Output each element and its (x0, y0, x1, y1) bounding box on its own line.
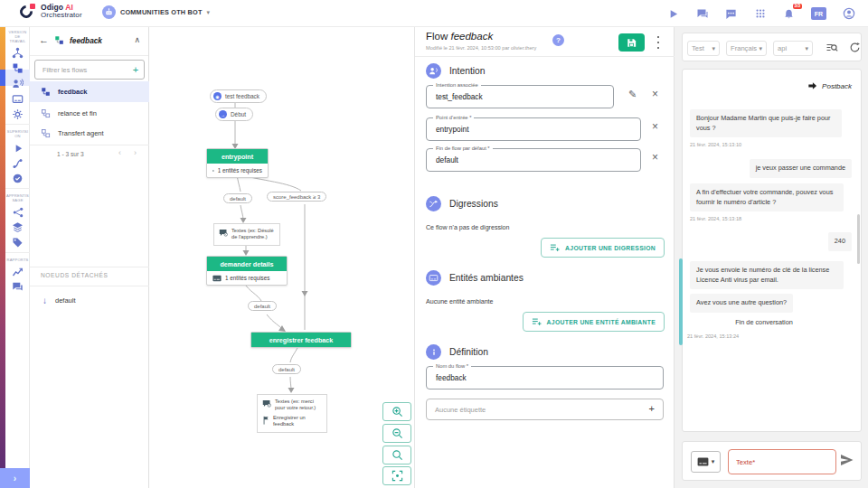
route-icon[interactable] (5, 155, 30, 171)
flow-filter-input[interactable] (35, 66, 127, 74)
back-arrow-icon[interactable]: ← (39, 34, 49, 45)
zoom-reset-button[interactable] (382, 446, 411, 465)
analytics-icon[interactable] (5, 264, 30, 279)
detached-nodes-header: NOEUDS DÉTACHÉS (41, 272, 108, 278)
user-message: je veux passer une commande (750, 159, 852, 178)
zoom-out-icon (392, 427, 403, 439)
language-select[interactable]: Français▾ (726, 41, 767, 56)
play-icon[interactable] (5, 140, 30, 155)
message-timestamp: 21 févr. 2024, 15:13:24 (687, 333, 739, 339)
rail-section-supervision: SUPERVISION (5, 127, 30, 140)
add-ambient-entity-button[interactable]: AJOUTER UNE ENTITÉ AMBIANTE (523, 312, 665, 332)
clear-default-end-icon[interactable]: × (652, 151, 658, 164)
refresh-icon[interactable] (849, 42, 861, 53)
collapse-chevron-icon[interactable]: ∧ (134, 35, 140, 44)
settings-gear-icon[interactable] (5, 107, 30, 122)
chevron-down-icon: ▾ (759, 45, 762, 52)
rail-expand-button[interactable]: › (0, 468, 30, 488)
digressions-empty-text: Ce flow n'a pas de digression (426, 224, 509, 231)
flow-name-input[interactable] (427, 367, 663, 389)
rail-section-version: VERSION DE TRAVAIL (5, 27, 30, 45)
more-menu-icon[interactable] (654, 35, 663, 50)
verified-badge-icon[interactable] (5, 171, 30, 186)
pagination-prev-icon[interactable]: ‹ (118, 148, 121, 157)
texts-box-merci[interactable]: Textes (ex: merci pour votre retour.) En… (257, 394, 327, 433)
postback-arrow-icon (807, 81, 817, 90)
sms-icon[interactable] (724, 7, 738, 21)
forum-icon[interactable] (695, 7, 709, 21)
channel-select[interactable]: api▾ (773, 41, 813, 56)
section-digressions: Digressions (426, 196, 498, 211)
comments-icon[interactable] (5, 279, 30, 295)
manage-search-icon[interactable] (826, 42, 838, 54)
flow-canvas[interactable]: ◉ test feedback → Début entrypoint 1 ent… (149, 27, 414, 488)
test-chat-panel: Test▾ Français▾ api▾ Postback Bonjour Ma… (674, 27, 868, 488)
share-graph-icon[interactable] (5, 204, 30, 220)
zoom-in-button[interactable] (382, 402, 411, 421)
default-end-field: Fin de flow par défaut * (426, 148, 641, 172)
entrypoint-field: Point d'entrée * (426, 117, 641, 141)
message-card-icon (697, 457, 709, 466)
intention-input[interactable] (427, 86, 613, 108)
save-button[interactable] (618, 33, 645, 52)
message-type-dropdown[interactable]: ▾ (691, 451, 721, 473)
edge-label-default[interactable]: default (248, 301, 277, 311)
layers-icon[interactable] (5, 220, 30, 235)
intents-voice-icon[interactable] (5, 76, 30, 91)
clear-intention-icon[interactable]: × (652, 88, 658, 100)
add-tag-icon[interactable]: + (649, 403, 655, 414)
chat-scrollbar[interactable] (857, 214, 860, 264)
node-enregistrer-feedback[interactable]: enregistrer feedback (250, 332, 352, 348)
bot-message: Avez vous une autre question? (690, 294, 793, 313)
language-badge[interactable]: FR (811, 7, 826, 20)
edge-label-default[interactable]: default (272, 364, 301, 374)
chat-text-input[interactable] (729, 450, 835, 474)
help-icon[interactable]: ? (552, 34, 564, 46)
env-select[interactable]: Test▾ (687, 41, 720, 56)
postback-event: Postback (807, 81, 852, 90)
bot-selector[interactable]: COMMUNITIES OTH BOT ▾ (102, 5, 210, 19)
playlist-add-icon (550, 243, 560, 252)
run-test-icon[interactable] (666, 7, 680, 21)
default-end-input[interactable] (427, 149, 640, 171)
node-entrypoint[interactable]: entrypoint 1 entités requises (206, 148, 269, 178)
flow-list-item-relance[interactable]: relance et fin (30, 103, 149, 124)
texts-box-sorry[interactable]: Textes (ex: Désolé de l'apprendre.) (213, 223, 280, 246)
notifications-bell-icon[interactable]: 3/3 (782, 7, 796, 21)
node-demander-details[interactable]: demander details 1 entités requises (206, 256, 288, 286)
edit-pencil-icon[interactable]: ✎ (628, 89, 637, 100)
entrypoint-input[interactable] (427, 118, 640, 140)
down-arrow-icon: ↓ (42, 296, 47, 305)
pagination-next-icon[interactable]: › (134, 148, 137, 157)
info-icon (426, 344, 441, 360)
start-chip[interactable]: → Début (215, 108, 253, 121)
entities-card-icon[interactable] (5, 91, 30, 107)
apps-grid-icon[interactable] (753, 7, 767, 21)
zoom-out-button[interactable] (382, 424, 411, 443)
flow-icon (54, 35, 64, 45)
detached-node-default[interactable]: ↓ default (30, 289, 149, 311)
flows-icon[interactable] (5, 61, 30, 76)
clear-entrypoint-icon[interactable]: × (652, 120, 658, 133)
chevron-down-icon: ▾ (207, 9, 211, 16)
flow-item-icon (41, 128, 51, 138)
workflow-icon[interactable] (5, 45, 30, 61)
fit-view-button[interactable] (382, 466, 411, 485)
chevron-down-icon: ▾ (712, 45, 715, 52)
conversation-transcript[interactable]: Postback Bonjour Madame Martin que puis-… (682, 69, 862, 432)
send-icon[interactable] (840, 454, 854, 466)
tags-field[interactable]: Aucune étiquette + (426, 399, 664, 420)
tag-icon[interactable] (5, 235, 30, 250)
add-flow-button[interactable]: + (127, 64, 144, 75)
intent-chip[interactable]: ◉ test feedback (210, 89, 267, 103)
account-icon[interactable] (842, 7, 855, 21)
chevron-down-icon: ▾ (805, 45, 808, 52)
edge-label-default[interactable]: default (223, 193, 252, 203)
flow-name-field: Nom du flow * (426, 366, 664, 389)
flow-list-item-feedback[interactable]: feedback (30, 81, 149, 102)
flow-list-item-transfert[interactable]: Transfert agent (30, 123, 149, 144)
flow-pagination: 1 - 3 sur 3 ‹ › (30, 145, 149, 163)
add-digression-button[interactable]: AJOUTER UNE DIGRESSION (541, 238, 665, 258)
chat-input-bar: ▾ (682, 441, 862, 481)
edge-label-score[interactable]: score_feedback ≥ 3 (267, 192, 326, 202)
